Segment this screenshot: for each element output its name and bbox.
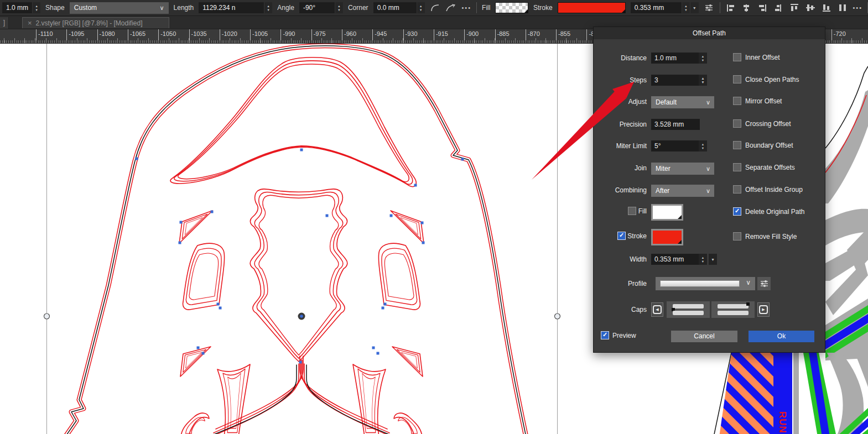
mirror-offset-checkbox[interactable] bbox=[733, 97, 741, 105]
offset-inside-group-checkbox[interactable] bbox=[733, 185, 741, 194]
anchor-nodes[interactable] bbox=[136, 149, 464, 364]
spinner-up-icon[interactable]: ▴ bbox=[335, 4, 343, 8]
align-left-edge-icon[interactable] bbox=[725, 2, 736, 14]
preview-checkbox[interactable] bbox=[601, 331, 609, 339]
cap-style-square-button[interactable] bbox=[711, 301, 755, 318]
dialog-stroke-label: Stroke bbox=[594, 232, 647, 240]
crossing-offset-checkbox[interactable] bbox=[733, 119, 741, 128]
shape-select[interactable]: Custom ∨ bbox=[70, 2, 169, 14]
spinner-up-icon[interactable]: ▲ bbox=[699, 76, 707, 80]
stroke-width-spinner[interactable]: ▴▾ bbox=[682, 2, 690, 13]
stroke-swatch[interactable] bbox=[558, 2, 626, 13]
spinner-down-icon[interactable]: ▼ bbox=[699, 80, 707, 84]
side-cutouts-left[interactable] bbox=[179, 211, 250, 434]
stroke-width-dropdown-icon[interactable]: ▾ bbox=[690, 2, 699, 13]
distribute-objects-icon[interactable] bbox=[837, 2, 848, 14]
align-bottom-edge-icon[interactable] bbox=[821, 2, 832, 14]
precision-field[interactable]: 3.528 mm bbox=[651, 119, 700, 130]
spinner-up-icon[interactable]: ▴ bbox=[33, 4, 40, 8]
ruler-tick: -1065 bbox=[128, 29, 145, 43]
join-select[interactable]: Miter∨ bbox=[651, 163, 714, 175]
width-dropdown-icon[interactable]: ▾ bbox=[709, 254, 717, 265]
spinner-up-icon[interactable]: ▴ bbox=[264, 4, 272, 8]
combining-select[interactable]: After∨ bbox=[651, 185, 714, 197]
dialog-title[interactable]: Offset Path bbox=[594, 27, 825, 39]
length-field[interactable]: 1129.234 n bbox=[199, 2, 264, 13]
width-spinner[interactable]: ▴▾ bbox=[699, 254, 707, 265]
spinner-up-icon[interactable]: ▴ bbox=[417, 4, 425, 8]
cap-end-button[interactable]: ▶ bbox=[757, 302, 770, 317]
width-field[interactable]: 0.353 mm bbox=[651, 254, 700, 265]
align-right-edge-icon[interactable] bbox=[757, 2, 768, 14]
miter-limit-field[interactable]: 5° bbox=[651, 140, 700, 151]
side-cutouts-right[interactable] bbox=[353, 211, 424, 434]
more-align-options-icon[interactable]: ••• bbox=[853, 4, 863, 11]
stroke-settings-sliders-icon[interactable] bbox=[704, 2, 715, 14]
decor-colorful-piece[interactable]: RUN bbox=[714, 353, 868, 434]
separate-offsets-checkbox[interactable] bbox=[733, 163, 741, 171]
spinner-down-icon[interactable]: ▾ bbox=[682, 8, 690, 12]
more-options-icon[interactable]: ••• bbox=[461, 4, 471, 11]
align-outside-edge-icon[interactable] bbox=[773, 2, 784, 14]
round-corner-icon[interactable] bbox=[430, 2, 441, 14]
corner-spinner[interactable]: ▴▾ bbox=[417, 2, 425, 13]
nudge-field[interactable]: 1.0 mm bbox=[2, 2, 32, 13]
spinner-down-icon[interactable]: ▾ bbox=[264, 8, 272, 12]
chevron-down-icon: ∨ bbox=[746, 279, 751, 286]
corner-field[interactable]: 0.0 mm bbox=[373, 2, 417, 13]
join-value: Miter bbox=[656, 165, 671, 172]
profile-settings-sliders-icon[interactable] bbox=[757, 277, 771, 290]
center-panel-offsets[interactable] bbox=[250, 189, 347, 362]
decor-right-piece[interactable] bbox=[825, 66, 868, 360]
adjust-select[interactable]: Default∨ bbox=[651, 96, 714, 108]
ruler-tick: -1080 bbox=[97, 29, 115, 43]
spinner-down-icon[interactable]: ▾ bbox=[33, 8, 40, 12]
close-tab-icon[interactable]: × bbox=[28, 19, 32, 27]
nudge-spinner[interactable]: ▴▾ bbox=[32, 2, 40, 13]
angle-spinner[interactable]: ▴▾ bbox=[335, 2, 343, 13]
length-spinner[interactable]: ▴▾ bbox=[264, 2, 272, 13]
hem-flourish-offsets[interactable] bbox=[211, 356, 392, 434]
ruler-tick: -900 bbox=[464, 29, 479, 43]
delete-original-path-checkbox[interactable] bbox=[733, 207, 741, 216]
spinner-up-icon[interactable]: ▴ bbox=[699, 255, 707, 259]
close-open-paths-checkbox[interactable] bbox=[733, 75, 741, 83]
align-top-edge-icon[interactable] bbox=[789, 2, 800, 14]
fill-swatch[interactable] bbox=[495, 2, 528, 13]
ok-button[interactable]: Ok bbox=[749, 331, 814, 342]
profile-select[interactable]: ∨ bbox=[656, 277, 755, 290]
dialog-stroke-swatch[interactable] bbox=[651, 229, 683, 245]
steps-field[interactable]: 3 bbox=[651, 75, 700, 86]
boundary-offset-checkbox[interactable] bbox=[733, 141, 741, 149]
rotation-center-handle[interactable] bbox=[298, 313, 305, 320]
align-center-vertical-icon[interactable] bbox=[741, 2, 752, 14]
active-document-tab[interactable]: × 2.vstyler [RGB] [@7.8%] - [Modified] bbox=[22, 17, 169, 28]
stroke-width-field[interactable]: 0.353 mm bbox=[631, 2, 682, 13]
spinner-up-icon[interactable]: ▴ bbox=[699, 142, 707, 146]
spinner-up-icon[interactable]: ▴ bbox=[699, 54, 707, 58]
angle-field[interactable]: -90° bbox=[299, 2, 335, 13]
remove-fill-style-checkbox[interactable] bbox=[733, 232, 741, 240]
outer-contour-path[interactable] bbox=[65, 46, 526, 434]
inner-offset-checkbox[interactable] bbox=[733, 53, 741, 61]
dialog-fill-swatch[interactable] bbox=[651, 204, 683, 221]
spinner-down-icon[interactable]: ▾ bbox=[699, 58, 707, 62]
spinner-down-icon[interactable]: ▾ bbox=[699, 259, 707, 263]
cap-style-butt-button[interactable] bbox=[667, 301, 710, 318]
steps-spinner[interactable]: ▲▼ bbox=[699, 75, 707, 86]
align-middle-horizontal-icon[interactable] bbox=[805, 2, 816, 14]
spinner-down-icon[interactable]: ▾ bbox=[335, 8, 343, 12]
corner-value: 0.0 mm bbox=[377, 4, 399, 12]
ruler-tick: -945 bbox=[372, 29, 387, 43]
clipped-document-tab[interactable]: ] bbox=[0, 17, 9, 29]
spinner-down-icon[interactable]: ▾ bbox=[417, 8, 425, 12]
spinner-down-icon[interactable]: ▾ bbox=[699, 146, 707, 150]
spinner-up-icon[interactable]: ▴ bbox=[682, 4, 690, 8]
cap-start-button[interactable]: ◀ bbox=[651, 302, 663, 317]
distance-spinner[interactable]: ▴▾ bbox=[699, 53, 707, 64]
smooth-corner-icon[interactable] bbox=[445, 2, 456, 14]
garment-offset-preview[interactable] bbox=[65, 46, 526, 434]
miter-limit-spinner[interactable]: ▴▾ bbox=[699, 140, 707, 151]
distance-field[interactable]: 1.0 mm bbox=[651, 53, 700, 64]
cancel-button[interactable]: Cancel bbox=[671, 331, 737, 342]
